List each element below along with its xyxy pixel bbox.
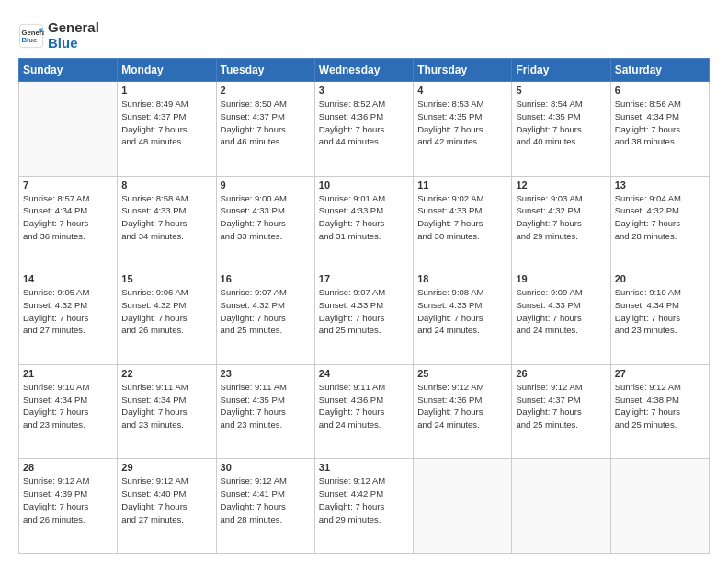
day-cell: 20Sunrise: 9:10 AMSunset: 4:34 PMDayligh… xyxy=(610,270,709,365)
day-info: Sunrise: 8:52 AMSunset: 4:36 PMDaylight:… xyxy=(319,98,409,148)
day-info: Sunrise: 8:49 AMSunset: 4:37 PMDaylight:… xyxy=(121,98,211,148)
day-cell xyxy=(610,459,709,554)
day-cell: 14Sunrise: 9:05 AMSunset: 4:32 PMDayligh… xyxy=(19,270,118,365)
day-number: 26 xyxy=(516,368,606,379)
day-cell xyxy=(512,459,610,554)
day-info: Sunrise: 9:10 AMSunset: 4:34 PMDaylight:… xyxy=(23,381,113,431)
day-cell: 22Sunrise: 9:11 AMSunset: 4:34 PMDayligh… xyxy=(118,364,216,459)
weekday-tuesday: Tuesday xyxy=(216,59,314,82)
day-info: Sunrise: 9:05 AMSunset: 4:32 PMDaylight:… xyxy=(23,286,113,337)
day-cell: 21Sunrise: 9:10 AMSunset: 4:34 PMDayligh… xyxy=(19,364,118,459)
day-info: Sunrise: 9:07 AMSunset: 4:32 PMDaylight:… xyxy=(221,286,311,337)
day-cell: 6Sunrise: 8:56 AMSunset: 4:34 PMDaylight… xyxy=(610,82,709,177)
weekday-wednesday: Wednesday xyxy=(314,59,413,82)
day-info: Sunrise: 9:09 AMSunset: 4:33 PMDaylight:… xyxy=(516,286,606,337)
day-number: 12 xyxy=(516,179,606,190)
day-info: Sunrise: 9:12 AMSunset: 4:36 PMDaylight:… xyxy=(417,381,507,431)
day-info: Sunrise: 9:11 AMSunset: 4:36 PMDaylight:… xyxy=(319,381,409,431)
day-cell: 30Sunrise: 9:12 AMSunset: 4:41 PMDayligh… xyxy=(216,459,314,554)
day-number: 14 xyxy=(23,273,113,284)
day-cell: 9Sunrise: 9:00 AMSunset: 4:33 PMDaylight… xyxy=(216,176,314,270)
day-cell: 2Sunrise: 8:50 AMSunset: 4:37 PMDaylight… xyxy=(216,82,314,177)
day-info: Sunrise: 8:56 AMSunset: 4:34 PMDaylight:… xyxy=(615,98,705,148)
day-info: Sunrise: 8:50 AMSunset: 4:37 PMDaylight:… xyxy=(221,98,311,148)
week-row-4: 21Sunrise: 9:10 AMSunset: 4:34 PMDayligh… xyxy=(19,364,710,459)
day-number: 19 xyxy=(516,273,606,284)
day-number: 10 xyxy=(319,179,409,190)
page: General Blue General Blue SundayMondayTu… xyxy=(0,0,728,563)
day-cell: 19Sunrise: 9:09 AMSunset: 4:33 PMDayligh… xyxy=(512,270,610,365)
day-cell: 16Sunrise: 9:07 AMSunset: 4:32 PMDayligh… xyxy=(216,270,314,365)
logo-general: General xyxy=(48,20,99,36)
day-cell: 15Sunrise: 9:06 AMSunset: 4:32 PMDayligh… xyxy=(118,270,216,365)
day-cell: 27Sunrise: 9:12 AMSunset: 4:38 PMDayligh… xyxy=(610,364,709,459)
day-info: Sunrise: 8:54 AMSunset: 4:35 PMDaylight:… xyxy=(516,98,606,148)
day-info: Sunrise: 8:53 AMSunset: 4:35 PMDaylight:… xyxy=(417,98,507,148)
day-info: Sunrise: 9:11 AMSunset: 4:35 PMDaylight:… xyxy=(221,381,311,431)
day-number: 31 xyxy=(319,462,409,473)
day-info: Sunrise: 9:03 AMSunset: 4:32 PMDaylight:… xyxy=(516,192,606,243)
weekday-thursday: Thursday xyxy=(414,59,512,82)
logo: General Blue General Blue xyxy=(18,20,99,51)
day-number: 21 xyxy=(23,368,113,379)
day-cell: 17Sunrise: 9:07 AMSunset: 4:33 PMDayligh… xyxy=(314,270,413,365)
day-cell xyxy=(19,82,118,177)
day-cell: 29Sunrise: 9:12 AMSunset: 4:40 PMDayligh… xyxy=(118,459,216,554)
day-number: 4 xyxy=(417,85,507,96)
weekday-saturday: Saturday xyxy=(610,59,709,82)
calendar-table: SundayMondayTuesdayWednesdayThursdayFrid… xyxy=(18,58,710,554)
day-info: Sunrise: 9:12 AMSunset: 4:38 PMDaylight:… xyxy=(615,381,705,431)
week-row-5: 28Sunrise: 9:12 AMSunset: 4:39 PMDayligh… xyxy=(19,459,710,554)
day-cell: 25Sunrise: 9:12 AMSunset: 4:36 PMDayligh… xyxy=(414,364,512,459)
day-info: Sunrise: 9:01 AMSunset: 4:33 PMDaylight:… xyxy=(319,192,409,243)
logo-blue: Blue xyxy=(48,36,99,52)
day-cell: 13Sunrise: 9:04 AMSunset: 4:32 PMDayligh… xyxy=(610,176,709,270)
day-info: Sunrise: 9:02 AMSunset: 4:33 PMDaylight:… xyxy=(417,192,507,243)
weekday-sunday: Sunday xyxy=(19,59,118,82)
day-number: 9 xyxy=(221,179,311,190)
day-info: Sunrise: 9:12 AMSunset: 4:42 PMDaylight:… xyxy=(319,475,409,525)
day-cell: 28Sunrise: 9:12 AMSunset: 4:39 PMDayligh… xyxy=(19,459,118,554)
day-cell: 11Sunrise: 9:02 AMSunset: 4:33 PMDayligh… xyxy=(414,176,512,270)
day-number: 15 xyxy=(121,273,211,284)
day-info: Sunrise: 9:04 AMSunset: 4:32 PMDaylight:… xyxy=(615,192,705,243)
day-number: 22 xyxy=(121,368,211,379)
day-info: Sunrise: 9:08 AMSunset: 4:33 PMDaylight:… xyxy=(417,286,507,337)
day-number: 28 xyxy=(23,462,113,473)
day-cell: 24Sunrise: 9:11 AMSunset: 4:36 PMDayligh… xyxy=(314,364,413,459)
day-info: Sunrise: 8:57 AMSunset: 4:34 PMDaylight:… xyxy=(23,192,113,243)
day-number: 8 xyxy=(121,179,211,190)
day-cell: 12Sunrise: 9:03 AMSunset: 4:32 PMDayligh… xyxy=(512,176,610,270)
week-row-2: 7Sunrise: 8:57 AMSunset: 4:34 PMDaylight… xyxy=(19,176,710,270)
svg-text:Blue: Blue xyxy=(22,36,38,44)
day-number: 25 xyxy=(417,368,507,379)
day-number: 7 xyxy=(23,179,113,190)
day-number: 23 xyxy=(221,368,311,379)
day-cell: 4Sunrise: 8:53 AMSunset: 4:35 PMDaylight… xyxy=(414,82,512,177)
day-number: 29 xyxy=(121,462,211,473)
day-number: 2 xyxy=(221,85,311,96)
day-cell: 1Sunrise: 8:49 AMSunset: 4:37 PMDaylight… xyxy=(118,82,216,177)
day-number: 30 xyxy=(221,462,311,473)
day-info: Sunrise: 9:12 AMSunset: 4:41 PMDaylight:… xyxy=(221,475,311,525)
day-number: 27 xyxy=(615,368,705,379)
day-cell: 10Sunrise: 9:01 AMSunset: 4:33 PMDayligh… xyxy=(314,176,413,270)
day-info: Sunrise: 9:06 AMSunset: 4:32 PMDaylight:… xyxy=(121,286,211,337)
week-row-3: 14Sunrise: 9:05 AMSunset: 4:32 PMDayligh… xyxy=(19,270,710,365)
day-cell: 18Sunrise: 9:08 AMSunset: 4:33 PMDayligh… xyxy=(414,270,512,365)
day-cell: 26Sunrise: 9:12 AMSunset: 4:37 PMDayligh… xyxy=(512,364,610,459)
day-cell: 31Sunrise: 9:12 AMSunset: 4:42 PMDayligh… xyxy=(314,459,413,554)
day-info: Sunrise: 9:10 AMSunset: 4:34 PMDaylight:… xyxy=(615,286,705,337)
day-info: Sunrise: 9:07 AMSunset: 4:33 PMDaylight:… xyxy=(319,286,409,337)
weekday-friday: Friday xyxy=(512,59,610,82)
day-info: Sunrise: 9:12 AMSunset: 4:40 PMDaylight:… xyxy=(121,475,211,525)
day-cell: 8Sunrise: 8:58 AMSunset: 4:33 PMDaylight… xyxy=(118,176,216,270)
day-number: 6 xyxy=(615,85,705,96)
day-number: 13 xyxy=(615,179,705,190)
day-cell: 23Sunrise: 9:11 AMSunset: 4:35 PMDayligh… xyxy=(216,364,314,459)
day-number: 3 xyxy=(319,85,409,96)
day-info: Sunrise: 9:11 AMSunset: 4:34 PMDaylight:… xyxy=(121,381,211,431)
day-info: Sunrise: 9:12 AMSunset: 4:37 PMDaylight:… xyxy=(516,381,606,431)
header: General Blue General Blue xyxy=(18,17,710,51)
day-number: 20 xyxy=(615,273,705,284)
